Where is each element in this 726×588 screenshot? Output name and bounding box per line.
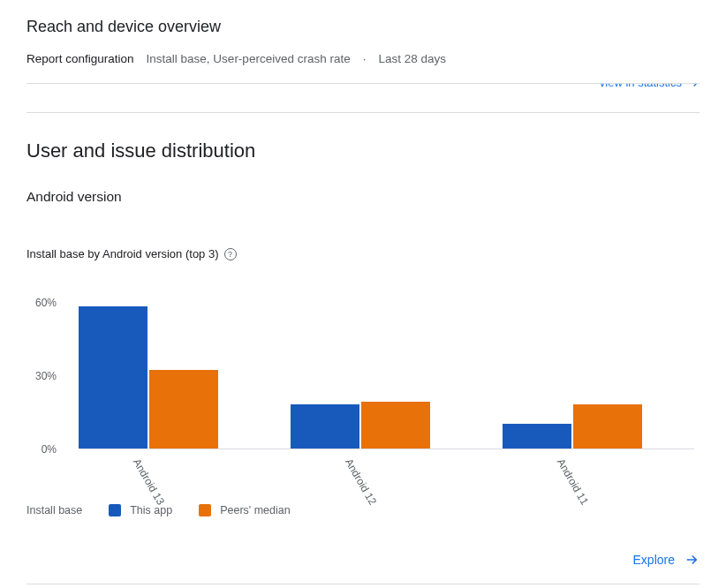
y-axis: 0%30%60% <box>26 290 62 449</box>
bar-this-app <box>503 424 571 449</box>
x-axis: Android 13Android 12Android 11 <box>79 449 700 501</box>
explore-link[interactable]: Explore <box>633 552 700 568</box>
arrow-right-icon <box>684 552 700 568</box>
arrow-right-icon <box>687 84 700 89</box>
x-tick-label: Android 12 <box>343 456 379 507</box>
divider <box>26 584 700 584</box>
legend-swatch-peers-median <box>199 504 211 516</box>
chart-title-row: Install base by Android version (top 3) … <box>26 247 700 260</box>
separator-dot: · <box>363 52 367 65</box>
chart-area: 0%30%60% <box>26 290 700 449</box>
y-tick: 30% <box>26 370 57 382</box>
x-tick-label: Android 11 <box>555 456 591 507</box>
bar-group <box>290 402 431 449</box>
report-config-row: Report configuration Install base, User-… <box>26 52 700 84</box>
bar-this-app <box>79 306 147 449</box>
legend-label-peers-median: Peers' median <box>220 504 291 516</box>
bar-this-app <box>291 404 359 449</box>
report-config-value: Install base, User-perceived crash rate <box>147 52 351 65</box>
chart-title: Install base by Android version (top 3) <box>26 247 219 260</box>
y-tick: 60% <box>26 297 57 309</box>
legend: Install base This app Peers' median <box>26 504 700 516</box>
view-in-statistics-link[interactable]: view in statistics <box>600 84 700 89</box>
bar-group <box>502 404 643 449</box>
bar-peers-median <box>361 402 430 449</box>
legend-label-this-app: This app <box>130 504 172 516</box>
legend-swatch-this-app <box>109 504 121 516</box>
report-time-range: Last 28 days <box>378 52 446 65</box>
bar-peers-median <box>149 370 218 449</box>
chart-plot <box>79 290 694 449</box>
page-title: Reach and device overview <box>26 18 700 36</box>
section-title: User and issue distribution <box>26 139 700 162</box>
x-tick-label: Android 13 <box>131 456 167 507</box>
bar-peers-median <box>573 404 642 449</box>
bar-group <box>78 306 219 449</box>
report-config-label[interactable]: Report configuration <box>26 52 134 65</box>
divider <box>26 112 700 113</box>
help-icon[interactable]: ? <box>224 248 237 260</box>
y-tick: 0% <box>26 443 57 456</box>
subsection-title: Android version <box>26 189 700 205</box>
legend-caption: Install base <box>26 504 82 516</box>
